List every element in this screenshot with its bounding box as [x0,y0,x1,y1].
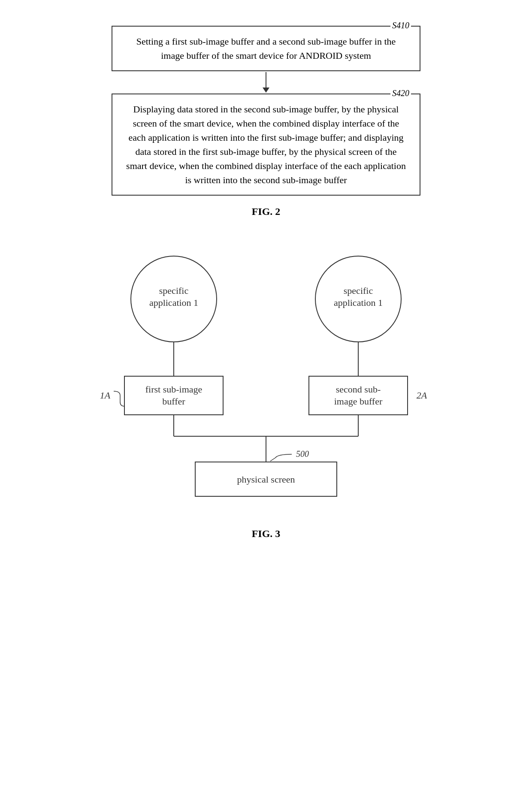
step-s420-box: S420 Displaying data stored in the secon… [112,94,420,196]
arrow-head-1 [263,88,269,93]
svg-text:physical screen: physical screen [237,474,295,485]
svg-text:specific: specific [344,285,373,296]
step-s420-text: Displaying data stored in the second sub… [126,104,406,185]
svg-rect-12 [309,376,408,415]
arrow-s410-to-s420 [263,72,269,93]
svg-text:second sub-: second sub- [336,384,381,395]
svg-text:buffer: buffer [162,396,185,407]
step-s410-label: S410 [390,21,411,30]
svg-text:2A: 2A [417,390,427,401]
step-s410-text: Setting a first sub-image buffer and a s… [136,36,396,61]
fig2-section: S410 Setting a first sub-image buffer an… [34,26,498,217]
svg-text:image buffer: image buffer [334,396,383,407]
fig2-caption: FIG. 2 [252,206,281,217]
fig3-svg: specific application 1 specific applicat… [82,252,450,518]
svg-rect-8 [124,376,223,415]
svg-text:500: 500 [296,449,309,459]
fig3-section: specific application 1 specific applicat… [34,252,498,540]
svg-text:first sub-image: first sub-image [145,384,203,395]
page-container: S410 Setting a first sub-image buffer an… [0,0,532,800]
svg-text:1A: 1A [100,390,111,401]
svg-text:application 1: application 1 [334,297,383,308]
arrow-line-1 [266,72,266,88]
step-s420-label: S420 [390,88,411,98]
fig3-caption: FIG. 3 [252,528,281,540]
fig3-diagram: specific application 1 specific applicat… [82,252,450,518]
svg-text:specific: specific [159,285,189,296]
svg-text:application 1: application 1 [149,297,198,308]
step-s410-box: S410 Setting a first sub-image buffer an… [112,26,420,71]
